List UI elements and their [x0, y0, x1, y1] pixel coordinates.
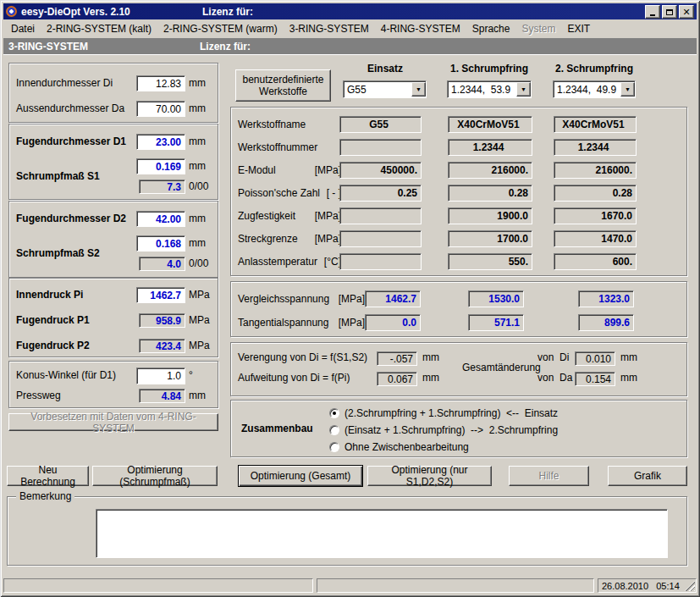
section-title: 3-RING-SYSTEM [8, 41, 88, 53]
window-title: eesy-DieOpt Vers. 2.10 [21, 6, 130, 18]
ring2-material-select[interactable]: 1.2344, 49.9 ▼ [553, 80, 636, 98]
di-unit: mm [189, 75, 206, 91]
radio-icon[interactable] [329, 442, 339, 452]
custom-materials-line2: Werkstoffe [259, 86, 307, 97]
table-row: Werkstoffname G55 X40CrMoV51 X40CrMoV51 [231, 116, 686, 133]
group-diameters: Innendurchmesser Di 12.83 mm Aussendurch… [8, 63, 218, 123]
emodul-ring1: 216000. [448, 162, 532, 179]
bemerkung-textarea[interactable] [96, 509, 668, 558]
s2-input[interactable]: 0.168 [136, 235, 185, 252]
tangentialspannung-ring1: 571.1 [468, 314, 524, 331]
streckgrenze-einsatz [339, 230, 422, 247]
assembly-option-2[interactable]: (Einsatz + 1.Schrumpfring) --> 2.Schrump… [329, 423, 558, 437]
ring1-material-select[interactable]: 1.2344, 53.9 ▼ [447, 80, 532, 98]
menu-2ring-warm[interactable]: 2-RING-SYSTEM (warm) [157, 21, 284, 36]
d2-input[interactable]: 42.00 [136, 211, 185, 227]
custom-materials-button[interactable]: benutzerdefinierte Werkstoffe [235, 69, 331, 102]
werkstoffnummer-einsatz [339, 139, 422, 156]
column-header-ring2: 2. Schrumpfring [539, 63, 649, 75]
pressweg-unit: mm [189, 388, 206, 404]
s1-unit: mm [189, 158, 206, 174]
von-di-field: 0.010 [575, 351, 615, 366]
group-ring2: Fugendurchmesser D2 42.00 mm Schrumpfmaß… [8, 201, 218, 278]
pi-input[interactable]: 1462.7 [136, 287, 185, 303]
preset-4ring-button: Vorbesetzen mit Daten vom 4-RING-SYSTEM [8, 413, 218, 431]
group-cone: Konus-Winkel (für D1) 1.0 ° Pressweg 4.8… [8, 361, 218, 408]
table-row: Anlasstemperatur[°C] 550. 600. [231, 253, 686, 270]
group-pressures: Innendruck Pi 1462.7 MPa Fugendruck P1 9… [8, 278, 218, 357]
zugfestigkeit-ring1: 1900.0 [448, 207, 532, 224]
konus-input[interactable]: 1.0 [136, 368, 185, 384]
werkstoffnummer-ring1: 1.2344 [448, 139, 532, 156]
minimize-button[interactable] [645, 5, 660, 19]
table-row: Vergleichsspannung[MPa] 1462.7 1530.0 13… [231, 290, 686, 307]
status-panel-2 [317, 578, 594, 593]
zusammenbau-label: Zusammenbau [241, 421, 313, 437]
titlebar-license-label: Lizenz für: [202, 6, 253, 18]
werkstoffnummer-ring2: 1.2344 [554, 139, 637, 156]
da-input[interactable]: 70.00 [136, 101, 185, 117]
resize-grip-icon[interactable] [685, 581, 695, 591]
chevron-down-icon[interactable]: ▼ [516, 82, 531, 97]
werkstoffname-einsatz: G55 [339, 116, 422, 133]
menu-datei[interactable]: Datei [5, 21, 41, 36]
chevron-down-icon[interactable]: ▼ [620, 82, 635, 97]
anlasstemperatur-ring1: 550. [448, 253, 532, 270]
pi-label: Innendruck Pi [16, 287, 83, 303]
maximize-icon [666, 9, 673, 15]
status-bar: 26.08.2010 05:14 [0, 578, 700, 594]
menu-sprache[interactable]: Sprache [466, 21, 516, 36]
chevron-down-icon[interactable]: ▼ [411, 82, 426, 97]
s2-label: Schrumpfmaß S2 [16, 246, 100, 262]
einsatz-material-select[interactable]: G55 ▼ [343, 80, 427, 98]
minimize-icon [650, 14, 655, 16]
grafik-button[interactable]: Grafik [608, 466, 687, 486]
menu-system: System [515, 21, 561, 36]
menu-3ring[interactable]: 3-RING-SYSTEM [284, 21, 375, 36]
s2-permille-unit: 0/00 [189, 256, 208, 272]
poisson-einsatz: 0.25 [339, 185, 422, 202]
radio-icon[interactable] [329, 408, 339, 418]
optimierung-schrumpfmass-button[interactable]: Optimierung (Schrumpfmaß) [92, 466, 218, 486]
title-bar[interactable]: eesy-DieOpt Vers. 2.10 Lizenz für: ✕ [3, 3, 697, 19]
streckgrenze-ring1: 1700.0 [448, 230, 532, 247]
status-datetime: 26.08.2010 05:14 [598, 581, 680, 591]
d1-label: Fugendurchmesser D1 [16, 134, 126, 150]
streckgrenze-ring2: 1470.0 [554, 230, 637, 247]
optimierung-s1d2s2-button[interactable]: Optimierung (nur S1,D2,S2) [367, 466, 492, 486]
app-window: eesy-DieOpt Vers. 2.10 Lizenz für: ✕ Dat… [0, 0, 700, 597]
maximize-button[interactable] [662, 5, 677, 19]
tangentialspannung-ring2: 899.6 [578, 314, 634, 331]
group-zusammenbau: Zusammenbau (2.Schrumpfring + 1.Schrumpf… [230, 400, 687, 457]
menu-2ring-kalt[interactable]: 2-RING-SYSTEM (kalt) [41, 21, 157, 36]
konus-label: Konus-Winkel (für D1) [16, 368, 116, 384]
optimierung-gesamt-button[interactable]: Optimierung (Gesamt) [238, 465, 363, 487]
s2-unit: mm [189, 235, 206, 252]
assembly-option-1[interactable]: (2.Schrumpfring + 1.Schrumpfring) <-- Ei… [329, 406, 558, 420]
di-input[interactable]: 12.83 [136, 75, 185, 91]
da-label: Aussendurchmesser Da [16, 101, 124, 117]
radio-icon[interactable] [329, 425, 339, 435]
group-bemerkung: Bemerkung [7, 496, 687, 566]
assembly-option-3[interactable]: Ohne Zwischenbearbeitung [329, 440, 469, 454]
verengung-field: -.057 [377, 351, 417, 366]
d1-input[interactable]: 23.00 [136, 134, 185, 150]
pressweg-field: 4.84 [139, 389, 185, 403]
menu-exit[interactable]: EXIT [561, 21, 596, 36]
s1-permille-unit: 0/00 [189, 179, 208, 195]
p1-field: 958.9 [139, 313, 185, 328]
section-license-label: Lizenz für: [200, 41, 251, 53]
p2-unit: MPa [189, 338, 210, 354]
neu-berechnung-button[interactable]: Neu Berechnung [7, 466, 89, 486]
group-ring1: Fugendurchmesser D1 23.00 mm Schrumpfmaß… [8, 124, 218, 200]
d1-unit: mm [189, 134, 206, 150]
s1-input[interactable]: 0.169 [136, 158, 185, 174]
status-panel-1 [3, 578, 313, 593]
custom-materials-line1: benutzerdefinierte [242, 74, 323, 86]
d2-unit: mm [189, 211, 206, 227]
close-button[interactable]: ✕ [679, 5, 694, 19]
verengung-label: Verengung von Di = f(S1,S2) [238, 350, 367, 366]
konus-unit: ° [189, 368, 193, 384]
vergleichsspannung-einsatz: 1462.7 [365, 290, 421, 307]
menu-4ring[interactable]: 4-RING-SYSTEM [375, 21, 466, 36]
